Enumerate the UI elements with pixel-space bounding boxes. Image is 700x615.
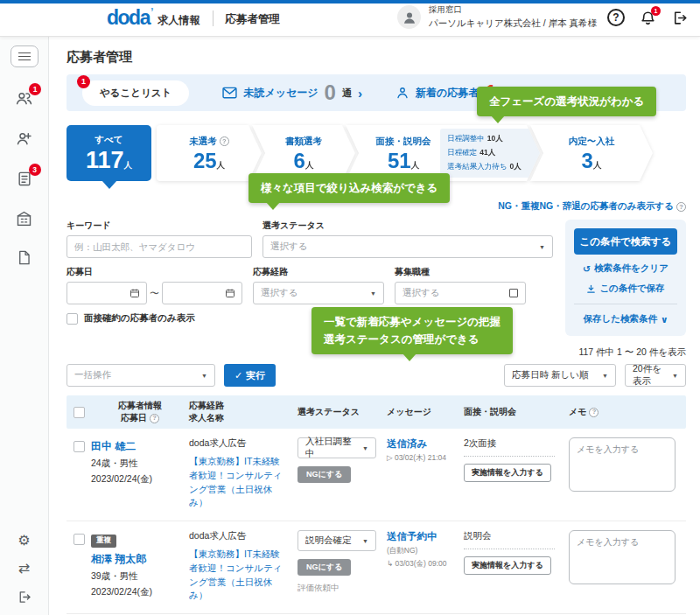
status-select[interactable]: 説明会確定 ▼ xyxy=(298,530,376,551)
help-icon[interactable]: ? xyxy=(150,414,159,423)
phase-tab-unscreened[interactable]: 未選考? 25人 xyxy=(157,125,262,181)
select-value: 一括操作 xyxy=(74,369,111,381)
account-info[interactable]: 採用窓口 パーソルキャリア株式会社 / 岸本 真希様 xyxy=(397,4,597,30)
check-icon: ✓ xyxy=(234,370,242,381)
job-title-link[interactable]: 【東京勤務】IT未経験者歓迎！コンサルティング営業（土日祝休み） xyxy=(189,455,298,510)
tooltip-line: 選考ステータスの管理ができる xyxy=(324,333,480,346)
col-applied-date: 応募日 xyxy=(121,413,147,423)
doda-logo[interactable]: doda xyxy=(107,8,150,28)
status-filter-label: 選考ステータス xyxy=(262,220,553,232)
file-icon xyxy=(16,249,32,266)
mail-icon xyxy=(222,87,237,99)
todo-list-button[interactable]: 1 やることリスト xyxy=(82,80,189,106)
chevron-down-icon: ∨ xyxy=(661,314,668,325)
help-icon[interactable]: ? xyxy=(220,136,229,146)
save-conditions-link[interactable]: この条件で保存 xyxy=(586,283,664,295)
mark-ng-button[interactable]: NGにする xyxy=(298,466,351,483)
detail-label: 選考結果入力待ち xyxy=(447,162,507,172)
notification-bell-icon[interactable]: 1 xyxy=(640,10,656,26)
run-bulk-action-button[interactable]: ✓ 実行 xyxy=(224,364,276,387)
sidebar-item-documents[interactable]: 3 xyxy=(16,170,33,187)
table-row: 田中 雄二 24歳・男性 2023/02/24(金) doda求人広告 【東京勤… xyxy=(66,429,686,521)
header-nav-title: 応募者管理 xyxy=(226,12,281,27)
route-filter-select[interactable]: 選択する ▼ xyxy=(253,282,384,304)
notification-badge: 1 xyxy=(651,6,661,16)
hamburger-menu-icon[interactable] xyxy=(10,45,38,67)
interview-phase-details: 日程調整中10人 日程確定41人 選考結果入力待ち0人 xyxy=(440,129,540,178)
help-icon[interactable]: ? xyxy=(607,9,625,26)
job-title-link[interactable]: 【東京勤務】IT未経験者歓迎！コンサルティング営業（土日祝休み） xyxy=(189,548,298,603)
bulk-action-select[interactable]: 一括操作 ▼ xyxy=(66,364,215,387)
sidebar-logout-icon[interactable] xyxy=(17,590,32,605)
sidebar-item-add-applicant[interactable] xyxy=(15,129,33,148)
date-to-input[interactable] xyxy=(162,282,242,304)
page-size-select[interactable]: 20件を表示 ▼ xyxy=(625,364,686,387)
phase-label: 未選考 xyxy=(189,136,217,146)
help-icon[interactable]: ? xyxy=(676,202,686,212)
phase-count: 51 xyxy=(388,149,411,172)
tooltip-list-management: 一覧で新着応募やメッセージの把握 選考ステータスの管理ができる xyxy=(312,307,513,354)
col-interview: 面接・説明会 xyxy=(464,407,516,416)
phase-unit: 人 xyxy=(593,160,602,170)
date-from-input[interactable] xyxy=(66,282,147,304)
col-memo: メモ xyxy=(569,407,586,416)
job-filter-select[interactable]: 選択する xyxy=(395,282,526,304)
message-time: ▷ 03/02(木) 21:04 xyxy=(387,453,464,464)
row-checkbox[interactable] xyxy=(74,534,85,545)
phase-unit: 人 xyxy=(217,160,226,170)
mark-ng-button[interactable]: NGにする xyxy=(298,559,351,576)
unread-unit: 通 xyxy=(342,87,352,100)
person-icon xyxy=(402,10,417,25)
col-message: メッセージ xyxy=(387,407,431,416)
ng-only-filter-link[interactable]: NG・重複NG・辞退の応募者のみ表示する xyxy=(498,200,674,213)
status-select[interactable]: 入社日調整中 ▼ xyxy=(298,437,376,458)
status-filter-select[interactable]: 選択する ▼ xyxy=(262,235,553,258)
list-toolbar: 一括操作 ▼ ✓ 実行 応募日時 新しい順 ▼ 20件を表示 ▼ xyxy=(66,364,686,387)
sidebar-item-company[interactable] xyxy=(15,209,33,227)
select-value: 説明会確定 xyxy=(305,535,352,547)
phase-count: 3 xyxy=(582,149,593,172)
run-label: 実行 xyxy=(246,369,265,382)
select-value: 選択する xyxy=(402,287,440,299)
enter-interview-info-button[interactable]: 実施情報を入力する xyxy=(464,464,551,482)
building-icon xyxy=(15,209,33,227)
memo-textarea[interactable] xyxy=(569,530,676,584)
settings-gear-icon[interactable]: ⚙ xyxy=(18,534,30,548)
phase-tab-offer[interactable]: 内定〜入社 3人 xyxy=(530,125,653,181)
dropdown-caret-icon: ▼ xyxy=(201,373,207,379)
select-all-checkbox[interactable] xyxy=(74,407,85,418)
message-status-link[interactable]: 送信済み xyxy=(387,437,464,451)
switch-service-icon[interactable]: ⇄ xyxy=(18,562,30,576)
applicants-badge: 1 xyxy=(29,83,41,95)
applicant-name-link[interactable]: 相澤 翔太郎 xyxy=(91,552,146,567)
logout-icon[interactable] xyxy=(671,10,688,26)
clear-conditions-link[interactable]: ↺ 検索条件をクリア xyxy=(583,262,668,275)
row-checkbox[interactable] xyxy=(74,441,85,452)
search-button[interactable]: この条件で検索する xyxy=(574,228,677,255)
keyword-input[interactable] xyxy=(66,235,252,258)
save-label: この条件で保存 xyxy=(599,283,664,295)
phase-unit: 人 xyxy=(411,160,420,170)
enter-interview-info-button[interactable]: 実施情報を入力する xyxy=(464,556,551,575)
download-icon xyxy=(586,284,596,294)
saved-conditions-link[interactable]: 保存した検索条件 ∨ xyxy=(583,313,668,325)
doda-logo-tick-icon: ’ xyxy=(150,5,154,18)
interview-guarantee-checkbox[interactable] xyxy=(66,313,78,325)
unread-messages-link[interactable]: 未読メッセージ 0 通 › xyxy=(222,82,361,103)
select-value: 応募日時 新しい順 xyxy=(512,369,588,381)
multi-select-icon xyxy=(509,289,518,297)
help-icon[interactable]: ? xyxy=(589,408,598,417)
sidebar-item-reports[interactable] xyxy=(16,249,32,266)
phase-label: すべて xyxy=(94,134,122,146)
dropdown-caret-icon: ▼ xyxy=(362,445,368,451)
memo-textarea[interactable] xyxy=(569,437,676,492)
sort-order-select[interactable]: 応募日時 新しい順 ▼ xyxy=(504,364,616,387)
sidebar-item-applicants[interactable]: 1 xyxy=(15,89,33,108)
applicant-name-link[interactable]: 田中 雄二 xyxy=(91,439,136,454)
select-value: 選択する xyxy=(270,241,308,253)
account-name: パーソルキャリア株式会社 / 岸本 真希様 xyxy=(429,17,597,30)
phase-tab-all[interactable]: すべて 117人 xyxy=(66,125,151,181)
message-status-link[interactable]: 送信予約中 xyxy=(387,530,464,543)
left-sidebar: 1 3 ⚙ ⇄ xyxy=(0,37,49,615)
col-applicant-info: 応募者情報 xyxy=(118,401,162,410)
